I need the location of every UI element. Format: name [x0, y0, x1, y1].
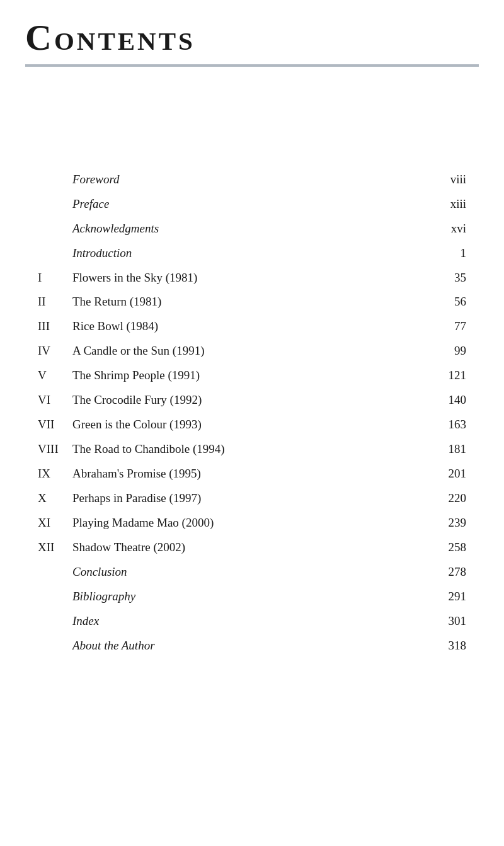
toc-row: XIPlaying Madame Mao (2000)239	[38, 511, 466, 535]
toc-number: VI	[38, 388, 72, 413]
toc-number: II	[38, 290, 72, 314]
toc-page: viii	[435, 168, 466, 192]
toc-row: Index301	[38, 609, 466, 634]
toc-row: XPerhaps in Paradise (1997)220	[38, 486, 466, 511]
toc-row: About the Author318	[38, 634, 466, 658]
toc-row: IIThe Return (1981)56	[38, 290, 466, 314]
toc-row: Bibliography291	[38, 585, 466, 609]
toc-page: 163	[435, 413, 466, 437]
toc-row: IVA Candle or the Sun (1991)99	[38, 339, 466, 363]
toc-title: About the Author	[72, 634, 435, 658]
toc-page: xiii	[435, 192, 466, 217]
toc-page: 1	[435, 241, 466, 266]
page-container: Contents ForewordviiiPrefacexiiiAcknowle…	[0, 0, 504, 846]
toc-title: Flowers in the Sky (1981)	[72, 266, 435, 290]
toc-page: 56	[435, 290, 466, 314]
toc-row: VThe Shrimp People (1991)121	[38, 363, 466, 388]
toc-number: XI	[38, 511, 72, 535]
toc-row: Conclusion278	[38, 560, 466, 585]
toc-title: Shadow Theatre (2002)	[72, 535, 435, 560]
toc-title: Conclusion	[72, 560, 435, 585]
toc-row: XIIShadow Theatre (2002)258	[38, 535, 466, 560]
toc-row: Prefacexiii	[38, 192, 466, 217]
toc-number: IX	[38, 462, 72, 486]
toc-title: Introduction	[72, 241, 435, 266]
toc-title: Perhaps in Paradise (1997)	[72, 486, 435, 511]
toc-page: 301	[435, 609, 466, 634]
toc-page: 278	[435, 560, 466, 585]
toc-row: IXAbraham's Promise (1995)201	[38, 462, 466, 486]
toc-page: 181	[435, 437, 466, 462]
toc-title: Preface	[72, 192, 435, 217]
toc-page: 201	[435, 462, 466, 486]
toc-title: Bibliography	[72, 585, 435, 609]
toc-page: 220	[435, 486, 466, 511]
toc-page: 35	[435, 266, 466, 290]
toc-title: Green is the Colour (1993)	[72, 413, 435, 437]
title-section: Contents	[0, 0, 504, 58]
toc-title: The Shrimp People (1991)	[72, 363, 435, 388]
toc-row: Forewordviii	[38, 168, 466, 192]
toc-page: 239	[435, 511, 466, 535]
toc-title: Abraham's Promise (1995)	[72, 462, 435, 486]
toc-number: XII	[38, 535, 72, 560]
toc-title: Foreword	[72, 168, 435, 192]
toc-title: The Road to Chandibole (1994)	[72, 437, 435, 462]
toc-title: The Return (1981)	[72, 290, 435, 314]
toc-page: 77	[435, 314, 466, 339]
toc-title: Rice Bowl (1984)	[72, 314, 435, 339]
toc-row: VIIIThe Road to Chandibole (1994)181	[38, 437, 466, 462]
toc-number: IV	[38, 339, 72, 363]
toc-page: 258	[435, 535, 466, 560]
toc-row: Introduction1	[38, 241, 466, 266]
toc-number: I	[38, 266, 72, 290]
toc-title: A Candle or the Sun (1991)	[72, 339, 435, 363]
contents-body: ForewordviiiPrefacexiiiAcknowledgmentsxv…	[0, 67, 504, 683]
toc-number: X	[38, 486, 72, 511]
toc-row: Acknowledgmentsxvi	[38, 217, 466, 241]
toc-row: IFlowers in the Sky (1981)35	[38, 266, 466, 290]
toc-number: V	[38, 363, 72, 388]
toc-title: Playing Madame Mao (2000)	[72, 511, 435, 535]
page-title: Contents	[25, 18, 479, 58]
toc-page: 318	[435, 634, 466, 658]
toc-page: 291	[435, 585, 466, 609]
toc-page: xvi	[435, 217, 466, 241]
toc-row: IIIRice Bowl (1984)77	[38, 314, 466, 339]
toc-page: 99	[435, 339, 466, 363]
toc-title: Acknowledgments	[72, 217, 435, 241]
toc-page: 140	[435, 388, 466, 413]
toc-page: 121	[435, 363, 466, 388]
toc-number: VII	[38, 413, 72, 437]
toc-title: The Crocodile Fury (1992)	[72, 388, 435, 413]
toc-number: VIII	[38, 437, 72, 462]
toc-row: VIIGreen is the Colour (1993)163	[38, 413, 466, 437]
toc-title: Index	[72, 609, 435, 634]
toc-row: VIThe Crocodile Fury (1992)140	[38, 388, 466, 413]
toc-number: III	[38, 314, 72, 339]
